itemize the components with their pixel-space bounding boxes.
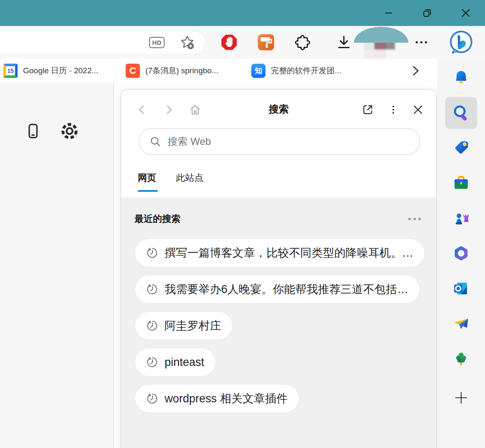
recent-search-text: wordpress 相关文章插件 — [165, 391, 288, 406]
kebab-menu-icon — [388, 103, 399, 116]
sidebar-item-outlook[interactable] — [437, 280, 485, 297]
bookmark-label: 完整的软件开发团... — [271, 65, 341, 76]
search-input-container — [139, 128, 420, 155]
paper-plane-icon — [452, 315, 470, 332]
bookmark-item[interactable]: C (7条消息) springbo... — [126, 62, 218, 79]
minimize-button[interactable] — [381, 5, 396, 21]
sidebar-add-button[interactable] — [437, 389, 485, 407]
recent-searches-more-button[interactable] — [406, 216, 423, 222]
outlook-icon — [452, 280, 470, 297]
tab-web[interactable]: 网页 — [138, 172, 156, 184]
browser-window: HD — [0, 0, 485, 448]
search-icon — [149, 135, 162, 148]
avatar-hat-arc — [354, 27, 408, 43]
recent-search-item[interactable]: 我需要举办6人晚宴。你能帮我推荐三道不包括… — [135, 275, 419, 303]
browser-toolbar: HD — [0, 26, 485, 59]
sidebar-item-shopping[interactable] — [437, 139, 485, 157]
open-external-icon — [361, 103, 374, 116]
mobile-phone-icon[interactable] — [24, 121, 42, 143]
tab-this-site[interactable]: 此站点 — [176, 172, 204, 184]
gear-icon[interactable] — [59, 121, 80, 143]
google-calendar-favicon: 15 — [3, 64, 18, 78]
history-clock-icon — [146, 283, 159, 296]
bookmark-label: Google 日历 - 2022... — [23, 65, 98, 76]
close-icon — [460, 7, 472, 19]
paint-roller-extension-button[interactable] — [257, 33, 275, 51]
panel-options-button[interactable] — [386, 103, 400, 117]
sidebar-item-tools[interactable] — [437, 174, 485, 192]
minimize-icon — [383, 8, 394, 18]
restore-icon — [422, 8, 433, 18]
plus-icon — [452, 389, 470, 407]
search-flyout-panel: 搜索 网页 此站点 最近的搜索 — [121, 89, 437, 448]
toolbox-icon — [452, 174, 470, 192]
address-bar[interactable] — [0, 31, 205, 54]
bookmark-item[interactable]: 15 Google 日历 - 2022... — [3, 62, 98, 79]
download-icon — [335, 34, 352, 51]
history-clock-icon — [146, 319, 159, 332]
sidebar-item-search-active[interactable] — [445, 97, 477, 129]
active-tab-underline — [138, 190, 158, 192]
zhihu-favicon: 知 — [251, 64, 266, 78]
adblock-extension-button[interactable] — [220, 33, 238, 51]
recent-searches-heading: 最近的搜索 — [134, 213, 181, 225]
bookmark-label: (7条消息) springbo... — [145, 65, 218, 76]
hd-badge-icon[interactable]: HD — [149, 37, 165, 48]
star-add-icon — [179, 34, 196, 51]
microsoft-365-icon — [452, 245, 470, 262]
sidebar-item-send[interactable] — [437, 315, 485, 332]
bing-discover-button[interactable] — [449, 30, 473, 54]
ellipsis-icon — [414, 38, 429, 46]
bookmark-item[interactable]: 知 完整的软件开发团... — [251, 62, 341, 79]
recent-search-text: 撰写一篇博客文章，比较不同类型的降噪耳机。… — [165, 245, 413, 260]
close-icon — [412, 103, 424, 116]
shopping-tag-icon — [452, 139, 470, 157]
page-content-area — [0, 82, 114, 448]
settings-more-button[interactable] — [414, 38, 429, 46]
history-clock-icon — [146, 247, 159, 259]
recent-search-item[interactable]: pinteast — [135, 348, 215, 376]
open-in-new-window-button[interactable] — [361, 103, 375, 117]
bing-logo-icon — [449, 30, 473, 54]
search-input[interactable] — [168, 136, 415, 147]
downloads-button[interactable] — [335, 34, 352, 51]
sidebar-item-notifications[interactable] — [437, 69, 485, 86]
recent-search-text: 阿圭罗村庄 — [165, 318, 221, 333]
sidebar-item-tree[interactable] — [437, 350, 485, 368]
sidebar-item-microsoft-365[interactable] — [437, 245, 485, 262]
close-panel-button[interactable] — [411, 103, 425, 117]
recent-searches-section: 最近的搜索 撰写一篇博客文章，比较不同类型的降噪耳机。… — [121, 197, 436, 448]
recent-search-text: 我需要举办6人晚宴。你能帮我推荐三道不包括… — [165, 282, 408, 297]
search-colorful-icon — [451, 103, 471, 123]
sidebar-item-games[interactable] — [437, 209, 485, 227]
paint-roller-icon — [257, 33, 275, 51]
csdn-favicon: C — [126, 64, 140, 78]
recent-search-item[interactable]: wordpress 相关文章插件 — [135, 385, 299, 412]
extensions-button[interactable] — [294, 34, 311, 51]
add-favorite-button[interactable] — [179, 34, 196, 51]
history-clock-icon — [146, 392, 159, 405]
puzzle-icon — [294, 34, 311, 51]
recent-search-text: pinteast — [165, 356, 204, 369]
recent-search-item[interactable]: 阿圭罗村庄 — [135, 312, 232, 340]
restore-button[interactable] — [420, 5, 435, 21]
close-window-button[interactable] — [458, 5, 473, 21]
history-clock-icon — [146, 356, 159, 368]
bookmarks-bar: 15 Google 日历 - 2022... C (7条消息) springbo… — [0, 59, 437, 82]
edge-sidebar — [437, 59, 485, 448]
chevron-right-icon — [408, 63, 423, 78]
title-bar — [0, 0, 485, 26]
bell-icon — [452, 69, 470, 86]
chess-pieces-icon — [452, 209, 470, 227]
tree-icon — [452, 350, 470, 368]
adblock-hand-icon — [220, 33, 238, 51]
recent-search-item[interactable]: 撰写一篇博客文章，比较不同类型的降噪耳机。… — [135, 239, 424, 267]
bookmarks-overflow-button[interactable] — [408, 62, 423, 79]
